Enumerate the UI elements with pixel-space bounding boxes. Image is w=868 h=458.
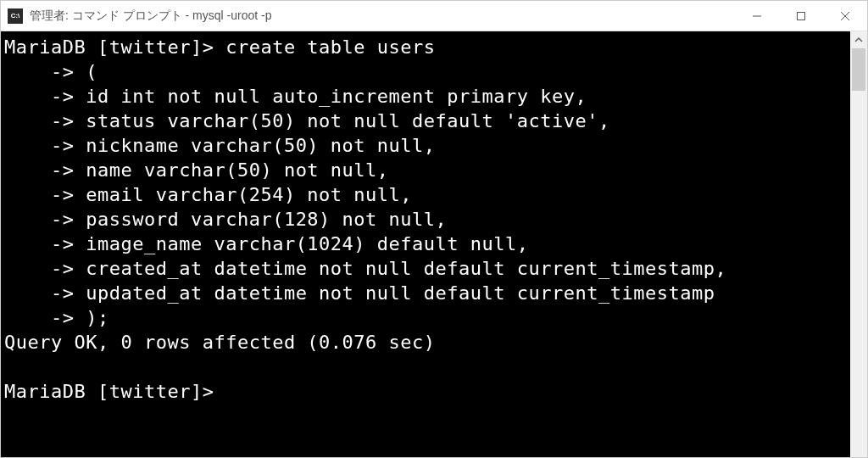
app-icon: C:\ bbox=[8, 8, 23, 24]
terminal-output[interactable]: MariaDB [twitter]> create table users ->… bbox=[1, 31, 850, 457]
window-title: 管理者: コマンド プロンプト - mysql -uroot -p bbox=[30, 8, 735, 24]
command-prompt-window: C:\ 管理者: コマンド プロンプト - mysql -uroot -p Ma… bbox=[0, 0, 868, 458]
chevron-up-icon bbox=[854, 36, 863, 44]
close-button[interactable] bbox=[823, 1, 867, 31]
minimize-button[interactable] bbox=[735, 1, 779, 31]
maximize-button[interactable] bbox=[779, 1, 823, 31]
window-controls bbox=[735, 1, 867, 31]
scrollbar-thumb[interactable] bbox=[852, 48, 865, 91]
titlebar[interactable]: C:\ 管理者: コマンド プロンプト - mysql -uroot -p bbox=[1, 1, 867, 31]
svg-rect-1 bbox=[798, 12, 805, 20]
vertical-scrollbar[interactable] bbox=[850, 31, 867, 457]
minimize-icon bbox=[752, 11, 762, 21]
scroll-up-button[interactable] bbox=[850, 31, 867, 48]
close-icon bbox=[840, 11, 850, 21]
maximize-icon bbox=[796, 11, 806, 21]
terminal-wrap: MariaDB [twitter]> create table users ->… bbox=[1, 31, 867, 457]
